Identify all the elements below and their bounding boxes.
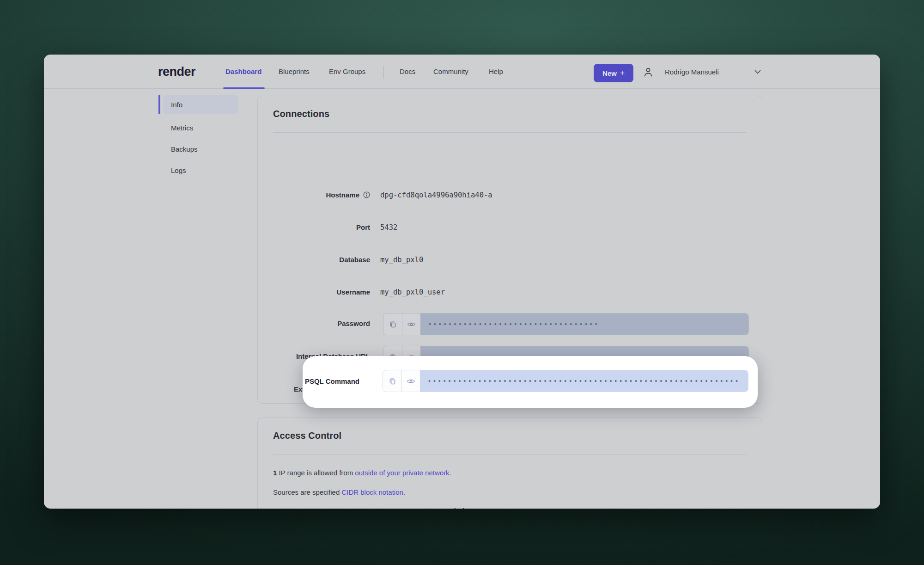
access-control-title: Access Control — [273, 430, 341, 441]
nav-link-help[interactable]: Help — [489, 68, 503, 75]
access-control-panel: Access Control 1 IP range is allowed fro… — [257, 418, 762, 509]
sidebar-item-label: Logs — [171, 166, 186, 174]
user-avatar-icon[interactable] — [643, 67, 654, 78]
password-label: Password — [258, 319, 370, 327]
sidebar-item-label: Metrics — [171, 124, 193, 132]
sources-text: Sources are specified CIDR block notatio… — [273, 488, 405, 496]
hostname-value: dpg-cfd8qola4996a90hia40-a — [380, 191, 492, 199]
port-label: Port — [258, 223, 370, 231]
copy-icon — [389, 320, 397, 328]
sidebar-item-label: Backups — [171, 145, 198, 153]
app-window: render Dashboard Blueprints Env Groups D… — [44, 55, 880, 509]
description-column-header: Description — [435, 507, 473, 509]
copy-button[interactable] — [383, 313, 402, 335]
connections-title: Connections — [273, 109, 329, 119]
tab-dashboard[interactable]: Dashboard — [225, 68, 261, 75]
active-tab-underline — [223, 87, 265, 89]
hostname-label: Hostname — [258, 191, 370, 199]
source-column-header: Source — [273, 507, 297, 509]
sidebar-item-info[interactable]: Info — [163, 95, 238, 114]
section-divider — [273, 454, 747, 454]
database-label: Database — [258, 256, 370, 264]
psql-command-field: ••••••••••••••••••••••••••••••••••••••••… — [383, 370, 748, 392]
plus-icon: + — [620, 68, 625, 78]
masked-value: •••••••••••••••••••••••••••••••••• — [420, 313, 748, 335]
ip-range-text: 1 IP range is allowed from outside of yo… — [273, 469, 451, 477]
sidebar-item-metrics[interactable]: Metrics — [163, 118, 238, 137]
active-item-bar — [158, 95, 160, 114]
sidebar-item-logs[interactable]: Logs — [163, 160, 238, 180]
password-field: •••••••••••••••••••••••••••••••••• — [383, 313, 749, 335]
copy-button[interactable] — [383, 370, 401, 392]
new-button-label: New — [602, 69, 617, 77]
tab-blueprints[interactable]: Blueprints — [279, 68, 310, 75]
nav-link-docs[interactable]: Docs — [400, 68, 415, 75]
new-button[interactable]: New + — [594, 64, 633, 82]
nav-link-community[interactable]: Community — [433, 68, 468, 75]
port-value: 5432 — [380, 223, 397, 232]
chevron-down-icon[interactable] — [754, 70, 761, 74]
copy-icon — [389, 377, 396, 385]
tab-env-groups[interactable]: Env Groups — [329, 68, 365, 75]
top-navbar: render Dashboard Blueprints Env Groups D… — [44, 55, 880, 89]
cidr-notation-link[interactable]: CIDR block notation — [341, 488, 403, 496]
masked-value: ••••••••••••••••••••••••••••••••••••••••… — [420, 370, 748, 392]
nav-divider — [383, 66, 384, 79]
sidebar-item-backups[interactable]: Backups — [163, 139, 238, 159]
database-value: my_db_pxl0 — [380, 256, 423, 264]
username-label: Username — [258, 288, 370, 296]
desktop-background: render Dashboard Blueprints Env Groups D… — [0, 0, 924, 565]
user-name[interactable]: Rodrigo Mansueli — [665, 68, 719, 76]
private-network-link[interactable]: outside of your private network — [355, 469, 449, 477]
reveal-button[interactable] — [401, 370, 420, 392]
username-value: my_db_pxl0_user — [380, 288, 445, 296]
eye-icon — [407, 321, 416, 327]
eye-icon — [407, 378, 415, 384]
section-divider — [273, 132, 747, 133]
render-logo[interactable]: render — [158, 65, 195, 79]
info-icon[interactable] — [363, 191, 370, 198]
psql-command-label: PSQL Command — [247, 377, 359, 385]
reveal-button[interactable] — [402, 313, 420, 335]
sidebar-item-label: Info — [171, 101, 182, 109]
